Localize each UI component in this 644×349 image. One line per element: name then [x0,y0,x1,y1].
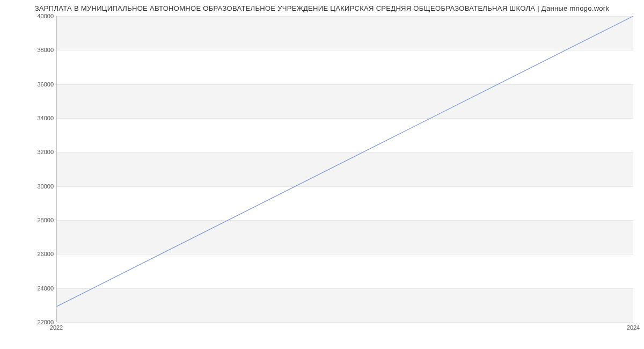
y-tick-label: 34000 [27,115,54,121]
chart-line-svg [57,16,633,322]
y-tick-label: 28000 [27,217,54,223]
y-tick-label: 26000 [27,251,54,257]
y-tick-label: 36000 [27,81,54,88]
y-gridline [57,322,633,323]
x-tick-label: 2022 [50,324,63,331]
y-tick-label: 38000 [27,47,54,53]
plot-area [56,16,633,322]
x-tick-label: 2024 [627,324,640,331]
data-line [57,16,633,307]
y-tick-label: 32000 [27,149,54,155]
chart-title: ЗАРПЛАТА В МУНИЦИПАЛЬНОЕ АВТОНОМНОЕ ОБРА… [0,4,644,12]
y-tick-label: 30000 [27,183,54,190]
y-tick-label: 40000 [27,13,54,19]
y-tick-label: 24000 [27,285,54,292]
